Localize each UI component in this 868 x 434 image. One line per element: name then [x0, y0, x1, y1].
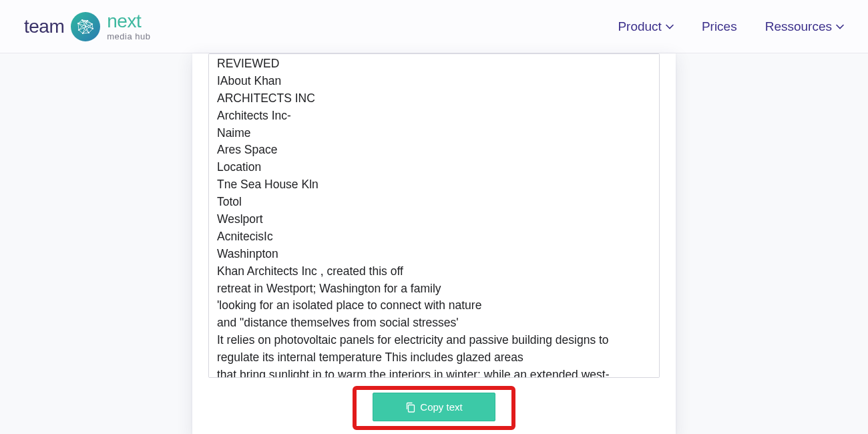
svg-point-5 — [88, 31, 89, 33]
svg-point-7 — [78, 29, 79, 30]
svg-point-6 — [82, 32, 83, 33]
nav-product[interactable]: Product — [618, 19, 673, 34]
header: team next media hub Product — [0, 0, 868, 53]
svg-point-1 — [81, 19, 83, 20]
logo-icon — [71, 12, 100, 41]
logo-text-next: next — [107, 12, 150, 31]
logo-text-team: team — [24, 16, 64, 37]
nav-product-label: Product — [618, 19, 661, 34]
chevron-down-icon — [666, 24, 674, 29]
nav-prices[interactable]: Prices — [702, 19, 737, 34]
svg-point-4 — [92, 27, 93, 29]
result-card: Copy text — [192, 53, 676, 434]
svg-point-0 — [77, 22, 79, 23]
content-area: Copy text — [0, 53, 868, 434]
button-row: Copy text — [208, 393, 660, 421]
copy-text-button[interactable]: Copy text — [373, 393, 495, 421]
main-nav: Product Prices Ressources — [618, 19, 844, 34]
svg-rect-8 — [409, 405, 415, 412]
nav-prices-label: Prices — [702, 19, 737, 34]
extracted-text-box[interactable] — [208, 53, 660, 378]
chevron-down-icon — [836, 24, 844, 29]
nav-resources[interactable]: Ressources — [765, 19, 844, 34]
svg-point-2 — [87, 19, 88, 21]
logo-subtitle: media hub — [107, 32, 150, 41]
copy-icon — [405, 402, 416, 413]
logo[interactable]: team next media hub — [24, 12, 150, 41]
copy-button-label: Copy text — [420, 401, 462, 413]
svg-point-3 — [91, 23, 93, 24]
nav-resources-label: Ressources — [765, 19, 832, 34]
